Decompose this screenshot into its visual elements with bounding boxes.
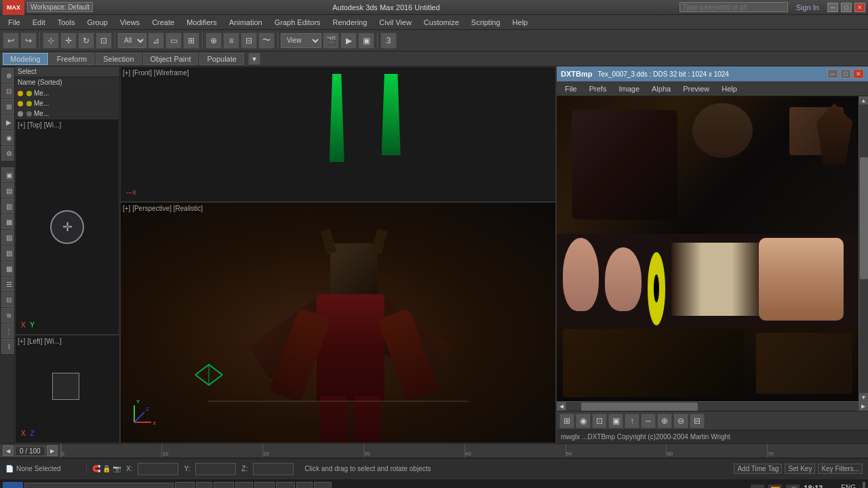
select-button[interactable]: ⊹ — [43, 33, 59, 49]
tab-selection[interactable]: Selection — [96, 53, 141, 65]
menu-rendering[interactable]: Rendering — [328, 17, 373, 28]
menu-create[interactable]: Create — [146, 17, 180, 28]
viewport-perspective[interactable]: [+] [Perspective] [Realistic] — [120, 202, 556, 443]
scroll-thumb-h[interactable] — [581, 403, 698, 411]
icon-6[interactable]: ▨ — [1, 245, 15, 260]
render-frame-button[interactable]: ▣ — [358, 33, 374, 49]
render-button[interactable]: ▶ — [340, 33, 357, 49]
selection-filter[interactable]: All — [118, 33, 146, 48]
scroll-right-arrow[interactable]: ▶ — [859, 402, 868, 411]
dxt-scrollbar-vertical[interactable]: ▲ ▼ — [859, 96, 868, 401]
signin-link[interactable]: Sign In — [796, 3, 819, 12]
dxt-minimize[interactable]: ─ — [827, 69, 838, 79]
minimize-button[interactable]: ─ — [827, 3, 838, 12]
start-button[interactable]: ⊞ — [3, 482, 23, 489]
x-coord-input[interactable] — [138, 463, 178, 475]
dxt-tool-flip-h[interactable]: ↔ — [641, 413, 656, 428]
scene-item-2[interactable]: Me... — [15, 98, 119, 108]
taskbar-premiere[interactable]: Pr — [276, 482, 295, 489]
dxt-close[interactable]: ✕ — [853, 69, 864, 79]
tab-freeform[interactable]: Freeform — [50, 53, 95, 65]
menu-help[interactable]: Help — [507, 17, 534, 28]
dxt-tool-zoom-out[interactable]: ⊖ — [673, 413, 688, 428]
show-desktop-btn[interactable] — [863, 482, 865, 489]
add-time-tag-btn[interactable]: Add Time Tag — [734, 464, 782, 474]
create-icon[interactable]: ⊕ — [1, 68, 15, 83]
dxt-tool-zoom-in[interactable]: ⊕ — [657, 413, 672, 428]
camera-icon[interactable]: 📷 — [113, 465, 121, 472]
menu-civil-view[interactable]: Civil View — [374, 17, 416, 28]
layer-button[interactable]: ⊟ — [241, 33, 257, 49]
modify-icon[interactable]: ⊡ — [1, 83, 15, 98]
timeline-nav-right[interactable]: ▶ — [47, 445, 58, 456]
icon-5[interactable]: ▧ — [1, 230, 15, 245]
taskbar-search-input[interactable] — [24, 483, 174, 489]
timeline-track[interactable]: 0 10 20 30 40 50 60 70 — [60, 444, 868, 458]
dxt-menu-prefs[interactable]: Prefs — [584, 83, 612, 94]
viewport-top-left[interactable]: [+] [Top] [Wi...] ✛ X Y — [15, 119, 119, 335]
taskbar-3dsmax[interactable]: ▣ — [175, 482, 195, 489]
menu-edit[interactable]: Edit — [27, 17, 51, 28]
dxt-tool-zoom-fit[interactable]: ⊟ — [690, 413, 705, 428]
dxt-menu-help[interactable]: Help — [716, 83, 743, 94]
taskbar-ie[interactable]: e — [196, 482, 212, 489]
taskbar-app2[interactable]: ◈ — [314, 482, 332, 489]
redo-button[interactable]: ↪ — [20, 33, 37, 49]
workspace-selector[interactable]: Workspace: Default — [27, 2, 93, 12]
icon-3[interactable]: ▥ — [1, 199, 15, 214]
menu-group[interactable]: Group — [81, 17, 113, 28]
dxt-menu-preview[interactable]: Preview — [677, 83, 715, 94]
menu-modifiers[interactable]: Modifiers — [181, 17, 222, 28]
scene-item-1[interactable]: Me... — [15, 88, 119, 98]
align-button[interactable]: ≡ — [223, 33, 239, 49]
icon-4[interactable]: ▦ — [1, 214, 15, 229]
window-crossing-button[interactable]: ⊞ — [183, 33, 199, 49]
view-dropdown[interactable]: View — [281, 33, 321, 48]
icon-1[interactable]: ▣ — [1, 167, 15, 182]
taskbar-skype[interactable]: S — [296, 482, 313, 489]
dxt-scroll-thumb[interactable] — [860, 157, 868, 279]
z-coord-input[interactable] — [253, 463, 294, 475]
close-button[interactable]: ✕ — [854, 3, 865, 12]
motion-icon[interactable]: ▶ — [1, 115, 15, 129]
viewport-top-right[interactable]: [+] [Front] [Wireframe] —X — [120, 66, 556, 202]
menu-views[interactable]: Views — [115, 17, 145, 28]
scroll-track-h[interactable] — [566, 402, 859, 411]
dxt-scrollbar-horizontal[interactable]: ◀ ▶ — [557, 401, 868, 411]
tab-modeling[interactable]: Modeling — [3, 53, 48, 65]
icon-8[interactable]: ☰ — [1, 277, 15, 291]
tab-object-paint[interactable]: Object Paint — [143, 53, 199, 65]
scale-button[interactable]: ⊡ — [96, 33, 112, 49]
hierarchy-icon[interactable]: ⊞ — [1, 99, 15, 114]
select-object-button[interactable]: ⊿ — [148, 33, 164, 49]
utilities-icon[interactable]: ⚙ — [1, 146, 15, 161]
tab-populate[interactable]: Populate — [199, 53, 243, 65]
undo-button[interactable]: ↩ — [3, 33, 19, 49]
taskbar-explorer[interactable]: 📁 — [214, 482, 234, 489]
menu-customize[interactable]: Customize — [418, 17, 465, 28]
viewport-bottom-left[interactable]: [+] [Left] [Wi...] X Z — [15, 335, 120, 443]
menu-graph-editors[interactable]: Graph Editors — [269, 17, 326, 28]
scroll-down-arrow[interactable]: ▼ — [859, 393, 868, 401]
dxt-maximize[interactable]: □ — [840, 69, 851, 79]
scroll-up-arrow[interactable]: ▲ — [859, 96, 868, 104]
timeline-nav-left[interactable]: ◀ — [3, 445, 14, 456]
mirror-button[interactable]: ⊕ — [205, 33, 222, 49]
menu-scripting[interactable]: Scripting — [466, 17, 506, 28]
notification-area[interactable]: ENG US — [838, 484, 859, 488]
menu-animation[interactable]: Animation — [224, 17, 268, 28]
dxt-tool-1[interactable]: ⊞ — [559, 413, 574, 428]
menu-tools[interactable]: Tools — [52, 17, 81, 28]
y-coord-input[interactable] — [195, 463, 236, 475]
dxt-tool-5[interactable]: ↑ — [625, 413, 639, 428]
taskbar-firefox[interactable]: 🦊 — [254, 482, 275, 489]
icon-10[interactable]: ≋ — [1, 308, 15, 323]
display-icon[interactable]: ◉ — [1, 130, 15, 145]
render-setup-button[interactable]: 🎬 — [323, 33, 339, 49]
maximize-button[interactable]: □ — [841, 3, 852, 12]
magnet-icon[interactable]: 🧲 — [92, 465, 100, 472]
keyboard-icon[interactable]: ⌨ — [751, 485, 764, 489]
icon-12[interactable]: ⌇ — [1, 339, 15, 354]
set-key-btn[interactable]: Set Key — [785, 464, 815, 474]
volume-icon[interactable]: 🔊 — [786, 485, 800, 489]
